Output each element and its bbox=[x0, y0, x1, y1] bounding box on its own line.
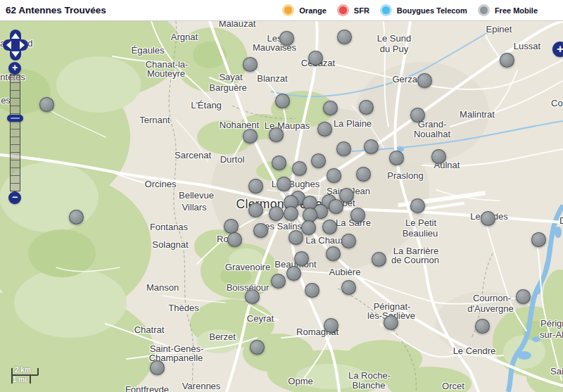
antenna-marker[interactable] bbox=[39, 97, 54, 112]
map-canvas[interactable]: MalauzatArgnatÉgaulesChanat-la-MouteyreL… bbox=[0, 21, 563, 392]
antenna-marker[interactable] bbox=[359, 100, 374, 115]
sfr-carrier-dot-icon bbox=[339, 6, 347, 14]
carrier-legend: OrangeSFRBouygues TelecomFree Mobile bbox=[282, 4, 538, 16]
free-carrier-dot-icon bbox=[480, 6, 488, 14]
antenna-marker[interactable] bbox=[150, 360, 165, 375]
antenna-marker[interactable] bbox=[336, 141, 351, 156]
antenna-marker[interactable] bbox=[326, 246, 341, 261]
zoom-slider-track[interactable] bbox=[10, 75, 20, 191]
antenna-marker[interactable] bbox=[350, 208, 365, 222]
antenna-marker[interactable] bbox=[500, 53, 514, 68]
zoom-in-button[interactable]: + bbox=[8, 62, 21, 75]
antenna-marker[interactable] bbox=[292, 161, 307, 176]
antenna-marker[interactable] bbox=[410, 108, 425, 122]
zoom-in-button-right[interactable]: + bbox=[552, 42, 563, 57]
scale-mi-label: 1 mi bbox=[13, 376, 27, 384]
antenna-marker[interactable] bbox=[317, 122, 332, 137]
antenna-marker[interactable] bbox=[305, 283, 320, 298]
legend-item-free[interactable]: Free Mobile bbox=[478, 4, 538, 16]
antenna-marker[interactable] bbox=[308, 51, 323, 65]
antenna-marker[interactable] bbox=[284, 206, 298, 221]
bouygues-carrier-dot-icon bbox=[382, 6, 390, 14]
antenna-marker[interactable] bbox=[289, 230, 303, 245]
antenna-marker[interactable] bbox=[269, 206, 284, 221]
antenna-marker[interactable] bbox=[410, 198, 425, 213]
antenna-marker[interactable] bbox=[341, 234, 356, 248]
legend-label: Free Mobile bbox=[495, 6, 538, 15]
antenna-marker[interactable] bbox=[364, 139, 379, 154]
basemap-tiles bbox=[0, 21, 563, 392]
antenna-marker[interactable] bbox=[311, 153, 326, 168]
antenna-marker[interactable] bbox=[250, 340, 265, 355]
antenna-marker[interactable] bbox=[248, 203, 263, 217]
antenna-marker[interactable] bbox=[389, 151, 404, 165]
result-count-title: 62 Antennes Trouvées bbox=[6, 5, 106, 15]
antenna-marker[interactable] bbox=[356, 167, 371, 182]
antenna-marker[interactable] bbox=[327, 168, 341, 183]
antenna-marker[interactable] bbox=[324, 318, 339, 333]
scale-km-label: 2 km bbox=[15, 366, 31, 374]
header-bar: 62 Antennes Trouvées OrangeSFRBouygues T… bbox=[0, 0, 563, 21]
antenna-marker[interactable] bbox=[243, 57, 258, 72]
legend-item-bouygues[interactable]: Bouygues Telecom bbox=[380, 4, 467, 16]
antenna-marker[interactable] bbox=[384, 315, 398, 330]
antenna-marker[interactable] bbox=[516, 289, 531, 304]
antenna-marker[interactable] bbox=[531, 232, 546, 247]
antenna-marker[interactable] bbox=[279, 31, 294, 46]
antenna-marker[interactable] bbox=[431, 149, 446, 164]
antenna-marker[interactable] bbox=[243, 129, 258, 144]
antenna-marker[interactable] bbox=[341, 280, 356, 295]
antenna-marker[interactable] bbox=[372, 252, 386, 267]
pan-control[interactable] bbox=[1, 28, 30, 62]
antenna-marker[interactable] bbox=[277, 177, 291, 191]
antenna-marker[interactable] bbox=[337, 30, 352, 44]
orange-carrier-dot-icon bbox=[284, 6, 292, 14]
antenna-marker[interactable] bbox=[248, 179, 263, 194]
antenna-marker[interactable] bbox=[481, 211, 495, 226]
antenna-marker[interactable] bbox=[227, 232, 242, 247]
antenna-map-app: 62 Antennes Trouvées OrangeSFRBouygues T… bbox=[0, 0, 563, 392]
antenna-marker[interactable] bbox=[301, 220, 316, 235]
legend-label: Bouygues Telecom bbox=[397, 6, 467, 15]
antenna-marker[interactable] bbox=[271, 274, 286, 289]
antenna-marker[interactable] bbox=[272, 156, 286, 170]
zoom-out-button[interactable]: − bbox=[8, 191, 21, 204]
antenna-marker[interactable] bbox=[417, 73, 432, 88]
antenna-marker[interactable] bbox=[224, 219, 239, 234]
legend-label: Orange bbox=[299, 6, 327, 15]
antenna-marker[interactable] bbox=[339, 188, 354, 203]
legend-item-sfr[interactable]: SFR bbox=[337, 4, 369, 16]
antenna-marker[interactable] bbox=[275, 94, 290, 108]
antenna-marker[interactable] bbox=[329, 199, 343, 214]
zoom-slider-handle[interactable] bbox=[7, 115, 23, 122]
antenna-marker[interactable] bbox=[475, 319, 490, 334]
antenna-marker[interactable] bbox=[245, 289, 260, 304]
antenna-marker[interactable] bbox=[69, 210, 84, 225]
antenna-marker[interactable] bbox=[322, 220, 337, 234]
antenna-marker[interactable] bbox=[253, 223, 268, 238]
antenna-marker[interactable] bbox=[286, 266, 301, 281]
antenna-marker[interactable] bbox=[269, 127, 284, 142]
legend-item-orange[interactable]: Orange bbox=[282, 4, 327, 16]
antenna-marker[interactable] bbox=[323, 101, 338, 115]
antenna-marker[interactable] bbox=[294, 251, 309, 266]
legend-label: SFR bbox=[354, 6, 369, 15]
